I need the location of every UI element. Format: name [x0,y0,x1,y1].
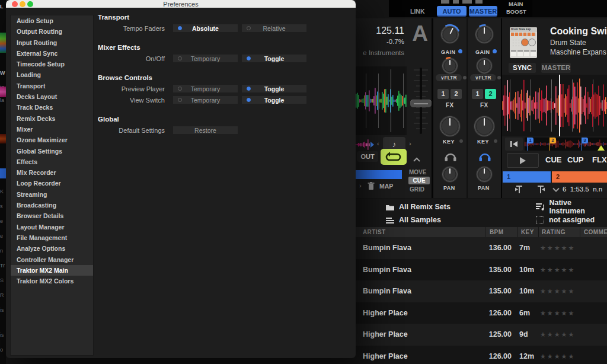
grid-tab[interactable]: GRID [410,186,424,193]
sidebar-item-track-decks[interactable]: Track Decks [11,102,93,113]
option-toggle[interactable]: Toggle [242,85,306,92]
prev-icon[interactable]: ‹ [377,140,379,147]
sidebar-item-decks-layout[interactable]: Decks Layout [11,91,93,102]
cue-tab[interactable]: CUE [408,177,430,184]
stripe-cue-2[interactable]: 2 [550,138,556,143]
sidebar-item-remix-decks[interactable]: Remix Decks [11,113,93,124]
loop-out-icon[interactable] [536,186,545,193]
window-titlebar[interactable]: Preferences [6,0,356,8]
filter-toggle-a[interactable]: ∨FLTR [436,74,462,81]
loop-active-button[interactable] [381,149,407,165]
loop-size-dropdown-icon[interactable] [552,187,560,192]
deck-master-button[interactable]: MASTER [541,63,571,73]
stripe-playhead [370,142,374,148]
loop-out-button[interactable]: OUT [357,151,378,162]
tag-not-assigned[interactable]: not assigned [536,215,595,225]
pan-knob-a[interactable] [440,165,459,186]
sidebar-item-broadcasting[interactable]: Broadcasting [11,200,93,210]
col-bpm[interactable]: BPM [490,229,503,235]
sync-button[interactable]: SYNC [509,63,536,73]
option-temporary[interactable]: Temporary [173,85,238,92]
sidebar-item-external-sync[interactable]: External Sync [11,48,93,59]
sidebar-item-file-management[interactable]: File Management [11,232,93,243]
loop-in-icon[interactable] [515,186,523,193]
move-tab[interactable]: MOVE [409,169,426,175]
tempo-fader-handle[interactable] [410,100,432,107]
sidebar-item-loop-recorder[interactable]: Loop Recorder [11,178,93,189]
key-knob-a[interactable] [438,114,462,141]
option-temporary[interactable]: Temporary [173,96,238,104]
playlist-all-remix-sets[interactable]: All Remix Sets [386,202,451,212]
sidebar-item-transport[interactable]: Transport [11,81,93,91]
col-key[interactable]: KEY [521,229,534,235]
sidebar-item-input-routing[interactable]: Input Routing [11,37,93,48]
headphone-cue-a[interactable] [444,151,457,161]
auto-button[interactable]: AUTO [437,6,467,17]
deck-b-waveform[interactable] [502,75,607,136]
skip-start-button[interactable] [505,138,523,151]
option-toggle[interactable]: Toggle [242,96,306,104]
sidebar-item-controller-manager[interactable]: Controller Manager [11,254,93,265]
panel-collapse-icon[interactable] [413,154,421,164]
sidebar-item-output-routing[interactable]: Output Routing [11,26,93,37]
play-button[interactable] [507,153,539,168]
sidebar-item-streaming[interactable]: Streaming [11,189,93,200]
sidebar-item-analyze-options[interactable]: Analyze Options [11,243,93,254]
deck-b-stripe[interactable]: 1 2 3 [525,138,607,151]
fx1-button-a[interactable]: 1 [437,89,449,99]
hotcue-1[interactable]: 1 [503,171,551,183]
gain-knob-a[interactable] [439,24,461,47]
filter-toggle-b[interactable]: ∨FLTR [470,74,496,81]
fx2-button-a[interactable]: 2 [451,89,462,99]
radio-icon [247,26,251,30]
sidebar-item-traktor-mx2-colors[interactable]: Traktor MX2 Colors [11,276,93,286]
map-button[interactable]: MAP [379,183,393,190]
sidebar-item-traktor-mx2-main[interactable]: Traktor MX2 Main [11,265,93,276]
deck-a-waveform[interactable] [356,66,407,135]
sidebar-item-loading[interactable]: Loading [11,69,93,80]
stripe-cue-3[interactable]: 3 [582,138,588,143]
flx-button[interactable]: FLX [592,155,607,164]
trash-icon[interactable] [368,182,375,190]
cue-button[interactable]: CUE [545,155,561,164]
sidebar-item-mixer[interactable]: Mixer [11,124,93,135]
deck-a-stripe[interactable] [356,138,370,152]
option-temporary[interactable]: Temporary [173,55,238,62]
fx1-button-b[interactable]: 1 [472,89,483,99]
tag-native-instruments[interactable]: Native Instrumen [536,202,607,212]
key-knob-b[interactable] [472,114,496,141]
headphone-cue-b[interactable] [478,151,491,161]
gain-knob-b[interactable] [474,24,495,47]
fx2-button-b[interactable]: 2 [485,89,496,99]
cell-key: 7m [519,237,530,259]
sidebar-item-effects[interactable]: Effects [11,157,93,167]
mixer-panel: GAIN ∨FLTR 1 2 FX KEY PAN G [433,18,502,198]
option-absolute[interactable]: Absolute [173,24,238,32]
advance-icon[interactable]: › [359,182,362,189]
restore-button[interactable]: Restore [173,126,238,134]
pan-knob-b[interactable] [475,165,494,186]
deck-a-tempo-fader[interactable] [410,66,432,135]
sidebar-item-audio-setup[interactable]: Audio Setup [11,15,93,26]
sidebar-item-global-settings[interactable]: Global Settings [11,146,93,157]
hotcue-2[interactable]: 2 [552,171,607,183]
col-artist[interactable]: ARTIST [363,229,386,235]
option-relative[interactable]: Relative [242,24,306,32]
col-rating[interactable]: RATING [542,229,566,235]
cup-button[interactable]: CUP [567,155,583,164]
sidebar-item-timecode-setup[interactable]: Timecode Setup [11,59,93,69]
next-icon[interactable]: › [409,140,411,147]
playlist-all-samples[interactable]: All Samples [386,215,441,225]
master-clock-button[interactable]: MASTER [469,6,497,17]
master-clock-bar: LINK AUTO MASTER MAIN BOOST [356,0,607,20]
sidebar-item-mix-recorder[interactable]: Mix Recorder [11,167,93,178]
sidebar-item-browser-details[interactable]: Browser Details [11,210,93,221]
col-comment[interactable]: COMME [584,229,607,235]
option-toggle[interactable]: Toggle [242,55,306,62]
loop-size-bar[interactable] [356,170,402,179]
link-button[interactable]: LINK [410,8,425,15]
sidebar-item-layout-manager[interactable]: Layout Manager [11,222,93,232]
sidebar-item-ozone-maximizer[interactable]: Ozone Maximizer [11,135,93,145]
art-title: Drum State Exp [510,27,537,32]
stripe-cue-1[interactable]: 1 [527,138,533,143]
